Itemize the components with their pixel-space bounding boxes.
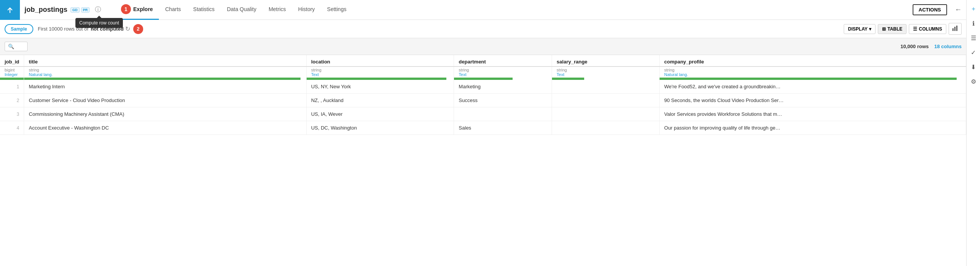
dataset-name: job_postings [24,6,67,14]
col-header-title[interactable]: title [24,55,306,66]
sample-button[interactable]: Sample [5,24,33,34]
refresh-button[interactable]: ↻ [125,25,130,32]
right-sidebar: ＋ ℹ ☰ ✓ ⬇ ⚙ [966,0,980,266]
step2-badge: 2 [133,24,143,34]
tab-charts[interactable]: Charts [159,0,187,20]
tab-settings-label: Settings [327,6,346,12]
col-semantic-department[interactable]: Text [459,72,547,77]
badge-pr: PR [81,7,90,13]
svg-rect-3 [956,26,957,31]
sidebar-plus-icon[interactable]: ＋ [968,3,979,15]
sidebar-check-icon[interactable]: ✓ [968,47,979,58]
compute-row-count-area: Compute row count ⓘ [93,4,106,15]
tab-metrics[interactable]: Metrics [263,0,292,20]
tab-statistics[interactable]: Statistics [187,0,221,20]
display-label: DISPLAY [848,26,867,32]
toolbar-row: Sample First 10000 rows out of not compu… [0,20,966,38]
table-cell: US, DC, Washington [306,121,454,135]
info-circle-icon[interactable]: ⓘ [93,4,103,15]
table-cell: Sales [454,121,552,135]
search-icon: 🔍 [8,44,14,49]
data-table: job_id title location department salary_… [0,55,966,135]
table-cell: 1 [0,80,24,94]
col-header-company_profile[interactable]: company_profile [660,55,966,66]
table-cell: Customer Service - Cloud Video Productio… [24,94,306,107]
header-row: job_id title location department salary_… [0,55,966,66]
col-semantic-job_id[interactable]: Integer [5,72,19,77]
chart-icon-button[interactable] [949,23,962,35]
display-button[interactable]: DISPLAY ▾ [844,24,875,34]
col-semantic-title[interactable]: Natural lang. [29,72,301,77]
table-cell [552,94,660,107]
sidebar-gear-icon[interactable]: ⚙ [968,76,979,87]
col-type-title: string Natural lang. [24,66,306,78]
table-cell: We're Food52, and we've created a ground… [660,80,966,94]
table-cell [552,107,660,121]
col-type-job_id: bigint Integer [0,66,24,78]
col-semantic-salary_range[interactable]: Text [557,72,655,77]
tab-metrics-label: Metrics [269,6,286,12]
tab-data-quality-label: Data Quality [227,6,256,12]
search-box: 🔍 [5,42,28,51]
actions-button[interactable]: ACTIONS [913,4,947,15]
table-label: TABLE [887,26,902,32]
bar-chart-icon [952,27,958,32]
svg-rect-2 [954,27,956,31]
table-cell: 90 Seconds, the worlds Cloud Video Produ… [660,94,966,107]
table-cell: Account Executive - Washington DC [24,121,306,135]
row-count-display: 10,000 rows 18 columns [900,44,962,49]
badge-gd: GD [70,7,80,13]
search-input[interactable] [14,44,29,49]
nav-tabs: 1 Explore Charts Statistics Data Quality… [115,0,912,19]
table-cell: Our passion for improving quality of lif… [660,121,966,135]
table-grid-icon: ⊞ [882,26,886,32]
tab-history-label: History [298,6,315,12]
table-row: 2Customer Service - Cloud Video Producti… [0,94,966,107]
back-button[interactable]: ← [950,6,966,14]
row-info-text: First 10000 rows out of [38,26,88,32]
columns-label: COLUMNS [919,26,942,32]
col-type-department: string Text [454,66,552,78]
table-wrapper[interactable]: job_id title location department salary_… [0,55,966,266]
table-cell [552,80,660,94]
tab-settings[interactable]: Settings [321,0,353,20]
table-button[interactable]: ⊞ TABLE [878,24,906,34]
col-semantic-company_profile[interactable]: Natural lang. [664,72,961,77]
tab-history[interactable]: History [292,0,321,20]
table-cell [454,107,552,121]
col-count: 18 columns [934,44,962,49]
table-row: 4Account Executive - Washington DCUS, DC… [0,121,966,135]
top-bar: job_postings GDPR Compute row count ⓘ 1 … [0,0,966,20]
col-header-job_id[interactable]: job_id [0,55,24,66]
sidebar-list-icon[interactable]: ☰ [968,32,979,44]
step1-badge: 1 [121,4,131,14]
table-cell: 4 [0,121,24,135]
col-header-salary_range[interactable]: salary_range [552,55,660,66]
tab-charts-label: Charts [165,6,181,12]
table-row: 3Commissioning Machinery Assistant (CMA)… [0,107,966,121]
col-header-department[interactable]: department [454,55,552,66]
col-type-location: string Text [306,66,454,78]
columns-button[interactable]: ☰ COLUMNS [909,24,946,34]
table-cell: Marketing Intern [24,80,306,94]
table-cell: US, NY, New York [306,80,454,94]
table-cell: Valor Services provides Workforce Soluti… [660,107,966,121]
table-cell: 3 [0,107,24,121]
tab-data-quality[interactable]: Data Quality [221,0,263,20]
col-type-row: bigint Integer string Natural lang. stri… [0,66,966,78]
search-row: 🔍 10,000 rows 18 columns [0,38,966,55]
table-cell: 2 [0,94,24,107]
table-cell: US, IA, Wever [306,107,454,121]
table-cell: Commissioning Machinery Assistant (CMA) [24,107,306,121]
sidebar-info-icon[interactable]: ℹ [968,18,979,29]
right-toolbar: DISPLAY ▾ ⊞ TABLE ☰ COLUMNS [844,23,962,35]
logo-area [0,0,20,20]
not-computed-text: not computed [91,26,124,32]
table-cell [552,121,660,135]
col-header-location[interactable]: location [306,55,454,66]
tab-explore[interactable]: 1 Explore [115,0,159,20]
sidebar-download-icon[interactable]: ⬇ [968,61,979,73]
col-semantic-location[interactable]: Text [311,72,449,77]
col-type-company_profile: string Natural lang. [660,66,966,78]
table-cell: NZ, , Auckland [306,94,454,107]
